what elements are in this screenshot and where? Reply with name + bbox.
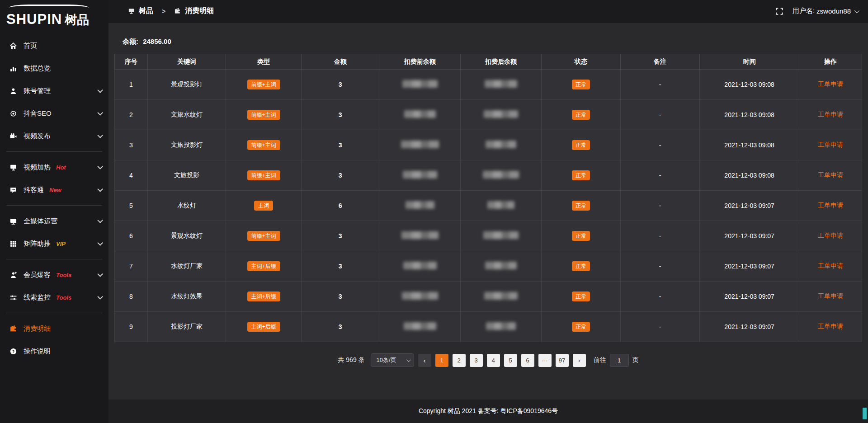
cell-time: 2021-12-03 09:08	[700, 70, 799, 100]
type-badge: 主词+后缀	[247, 322, 280, 332]
cell-time: 2021-12-03 09:07	[700, 221, 799, 251]
sidebar-item-tag: New	[49, 187, 61, 193]
type-badge: 前缀+主词	[247, 170, 280, 180]
chevron-down-icon	[97, 294, 103, 300]
work-order-link[interactable]: 工单申请	[818, 262, 843, 269]
sidebar-item-tag: Tools	[56, 272, 71, 278]
sidebar-item-10[interactable]: 会员爆客 Tools	[0, 263, 108, 286]
work-order-link[interactable]: 工单申请	[818, 141, 843, 148]
cell-action: 工单申请	[799, 221, 862, 251]
cell-keyword: 景观投影灯	[147, 70, 226, 100]
cell-amount: 6	[302, 191, 379, 221]
page-button[interactable]: 2	[453, 354, 466, 367]
prev-page-button[interactable]: ‹	[418, 354, 431, 367]
masked-balance-before	[404, 322, 436, 330]
cell-keyword: 水纹灯厂家	[147, 251, 226, 282]
page-button[interactable]: 1	[435, 354, 448, 367]
sidebar-item-9[interactable]: 矩阵助推 VIP	[0, 232, 108, 255]
work-order-link[interactable]: 工单申请	[818, 111, 843, 118]
work-order-link[interactable]: 工单申请	[818, 232, 843, 239]
page-size-select[interactable]: 10条/页	[371, 353, 414, 367]
ellipsis-button[interactable]: ···	[538, 354, 552, 367]
status-badge: 正常	[572, 201, 590, 211]
bar-chart-icon	[9, 64, 17, 72]
breadcrumb-root[interactable]: 树品	[139, 6, 153, 16]
member-icon	[9, 271, 17, 279]
cell-balance-after	[461, 312, 542, 342]
masked-balance-after	[485, 80, 517, 88]
sidebar-item-2[interactable]: 数据总览	[0, 57, 108, 80]
cell-index: 6	[115, 221, 148, 251]
sidebar-item-5[interactable]: 视频发布	[0, 125, 108, 147]
sidebar-item-7[interactable]: 抖客通 New	[0, 179, 108, 201]
table-row: 1 景观投影灯 前缀+主词 3 正常 - 2021-12-03 09:08 工单…	[115, 70, 862, 100]
cell-keyword: 水纹灯	[147, 191, 226, 221]
masked-balance-after	[484, 110, 518, 118]
sidebar-item-8[interactable]: 全媒体运营	[0, 210, 108, 232]
breadcrumb-current: 消费明细	[185, 6, 214, 16]
copyright-text: Copyright 树品 2021 备案号: 粤ICP备09019646号	[419, 407, 558, 415]
fullscreen-icon[interactable]	[775, 7, 783, 15]
sidebar-item-tag: Hot	[56, 164, 66, 171]
type-badge: 主词+后缀	[247, 261, 280, 271]
cell-action: 工单申请	[799, 160, 862, 191]
sidebar-item-label: 全媒体运营	[24, 217, 57, 226]
cell-index: 4	[115, 160, 148, 191]
cell-index: 9	[115, 312, 148, 342]
sidebar-item-3[interactable]: 账号管理	[0, 80, 108, 102]
page-button[interactable]: 3	[470, 354, 483, 367]
cell-balance-before	[379, 312, 461, 342]
table-row: 8 水纹灯效果 主词+后缀 3 正常 - 2021-12-03 09:07 工单…	[115, 282, 862, 312]
logo-arc	[9, 5, 89, 11]
cell-balance-after	[461, 160, 542, 191]
work-order-link[interactable]: 工单申请	[818, 292, 843, 300]
page-button[interactable]: 6	[521, 354, 534, 367]
sidebar-item-11[interactable]: 线索监控 Tools	[0, 286, 108, 309]
masked-balance-after	[487, 201, 514, 209]
footer: Copyright 树品 2021 备案号: 粤ICP备09019646号	[108, 400, 868, 423]
page-button[interactable]: 4	[487, 354, 500, 367]
work-order-link[interactable]: 工单申请	[818, 323, 843, 330]
column-header: 序号	[115, 54, 148, 70]
status-badge: 正常	[572, 261, 590, 271]
sliders-icon	[9, 293, 17, 301]
menu-divider	[6, 205, 102, 206]
cell-balance-before	[379, 70, 461, 100]
masked-balance-before	[401, 141, 439, 148]
sidebar-item-4[interactable]: 抖音SEO	[0, 102, 108, 125]
work-order-link[interactable]: 工单申请	[818, 80, 843, 88]
sidebar-menu: 首页 数据总览 账号管理 抖音SEO 视频发布 视频加热 Hot 抖客通 New…	[0, 34, 108, 362]
cell-remark: -	[621, 251, 700, 282]
table-row: 5 水纹灯 主词 6 正常 - 2021-12-03 09:07 工单申请	[115, 191, 862, 221]
sidebar-item-label: 视频发布	[24, 132, 51, 141]
column-header: 状态	[541, 54, 620, 70]
work-order-link[interactable]: 工单申请	[818, 171, 843, 179]
page-button[interactable]: 5	[504, 354, 517, 367]
masked-balance-after	[484, 292, 518, 300]
status-badge: 正常	[572, 170, 590, 180]
cell-keyword: 水纹灯效果	[147, 282, 226, 312]
balance: 余额: 24856.00	[123, 38, 862, 46]
user-menu[interactable]: 用户名: zswodun88	[793, 7, 858, 15]
page-button[interactable]: 97	[556, 354, 569, 367]
sidebar-item-12[interactable]: 消费明细	[0, 317, 108, 340]
type-badge: 主词+后缀	[247, 291, 280, 301]
sidebar-item-13[interactable]: ? 操作说明	[0, 340, 108, 362]
next-page-button[interactable]: ›	[573, 354, 586, 367]
cell-balance-after	[461, 191, 542, 221]
cell-type: 前缀+主词	[226, 160, 302, 191]
gear-icon	[9, 109, 17, 118]
sidebar-item-1[interactable]: 首页	[0, 34, 108, 57]
cell-keyword: 文旅投影灯	[147, 130, 226, 160]
column-header: 关键词	[147, 54, 226, 70]
cell-amount: 3	[302, 160, 379, 191]
sidebar-item-tag: VIP	[56, 240, 66, 247]
cell-index: 1	[115, 70, 148, 100]
sidebar-item-6[interactable]: 视频加热 Hot	[0, 156, 108, 179]
side-widget-nub[interactable]	[863, 408, 867, 419]
table-row: 6 景观水纹灯 前缀+主词 3 正常 - 2021-12-03 09:07 工单…	[115, 221, 862, 251]
work-order-link[interactable]: 工单申请	[818, 202, 843, 209]
question-icon: ?	[9, 347, 17, 355]
chevron-down-icon	[97, 132, 103, 138]
goto-page-input[interactable]	[610, 354, 629, 367]
